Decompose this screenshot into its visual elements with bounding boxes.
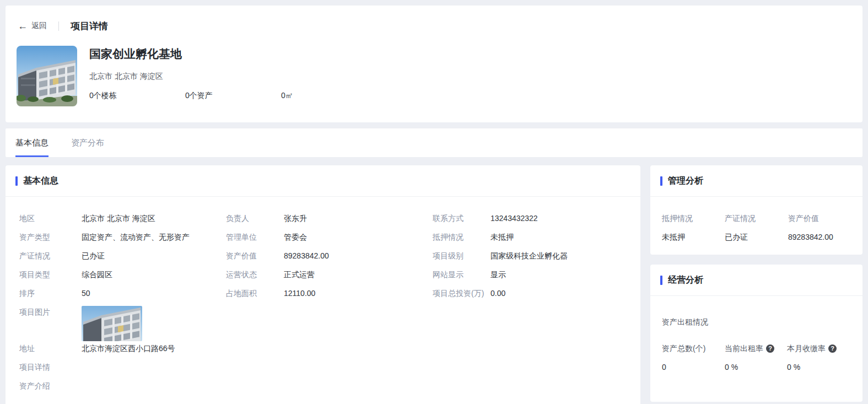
info-label: 产证情况 bbox=[19, 250, 82, 262]
operation-card-header: 经营分析 bbox=[650, 265, 862, 296]
management-metrics: 抵押情况 产证情况 资产价值 未抵押 已办证 89283842.00 bbox=[650, 197, 862, 243]
building-photo-illustration-small bbox=[82, 306, 142, 341]
back-label: 返回 bbox=[31, 21, 47, 31]
metric-label-mortgage: 抵押情况 bbox=[662, 212, 725, 224]
metric-label-asset-count: 资产总数(个) bbox=[662, 342, 725, 354]
stat-assets: 0个资产 bbox=[185, 90, 281, 101]
info-label: 网站显示 bbox=[433, 268, 490, 281]
info-value: 北京市 北京市 海淀区 bbox=[82, 212, 155, 224]
management-card-header: 管理分析 bbox=[650, 165, 862, 197]
help-icon[interactable]: ? bbox=[828, 344, 837, 353]
operation-analysis-card: 经营分析 资产出租情况 资产总数(个) 当前出租率 ? 本月收缴率 bbox=[650, 265, 862, 402]
info-column-3: 联系方式 13243432322 抵押情况 未抵押 项目级别 国家级科技企业孵化… bbox=[433, 212, 629, 398]
management-card-title: 管理分析 bbox=[668, 175, 703, 187]
info-row-certificate: 产证情况 已办证 bbox=[19, 250, 226, 262]
info-label: 资产介绍 bbox=[19, 380, 82, 392]
info-value: 13243432322 bbox=[490, 212, 538, 224]
metric-label-text: 本月收缴率 bbox=[787, 342, 826, 354]
info-row-total-investment: 项目总投资(万) 0.00 bbox=[433, 287, 629, 299]
back-arrow-icon: ← bbox=[18, 21, 28, 31]
basic-info-card-title: 基本信息 bbox=[23, 175, 58, 187]
info-value: 综合园区 bbox=[82, 268, 112, 281]
tab-basic-info[interactable]: 基本信息 bbox=[15, 128, 48, 157]
metric-value-collection-rate: 0 % bbox=[787, 361, 850, 373]
info-row-management-unit: 管理单位 管委会 bbox=[226, 231, 433, 243]
info-value: 已办证 bbox=[82, 250, 105, 262]
metric-label-asset-value: 资产价值 bbox=[788, 212, 851, 224]
project-image-thumbnail[interactable] bbox=[82, 306, 142, 341]
project-overview: 国家创业孵化基地 北京市 北京市 海淀区 0个楼栋 0个资产 0㎡ bbox=[18, 46, 862, 106]
operation-card-title: 经营分析 bbox=[668, 274, 703, 286]
project-photo bbox=[17, 46, 77, 106]
back-button[interactable]: ← 返回 bbox=[18, 21, 47, 31]
header-divider bbox=[58, 21, 59, 31]
basic-info-card: 基本信息 地区 北京市 北京市 海淀区 资产类型 固定资产、流动资产、无形资产 … bbox=[6, 165, 640, 404]
operation-metric-values: 0 0 % 0 % bbox=[662, 361, 862, 373]
info-label: 项目图片 bbox=[19, 306, 82, 341]
info-value: 张东升 bbox=[284, 212, 307, 224]
info-value: 北京市海淀区西小口路66号 bbox=[82, 342, 175, 354]
page-header: ← 返回 项目详情 bbox=[18, 6, 862, 33]
accent-bar bbox=[15, 176, 18, 186]
project-summary-card: ← 返回 项目详情 bbox=[6, 6, 862, 122]
info-row-asset-type: 资产类型 固定资产、流动资产、无形资产 bbox=[19, 231, 226, 243]
project-location: 北京市 北京市 海淀区 bbox=[89, 71, 377, 82]
metric-value-occupancy-rate: 0 % bbox=[725, 361, 787, 373]
info-label: 管理单位 bbox=[226, 231, 284, 243]
basic-info-body: 地区 北京市 北京市 海淀区 资产类型 固定资产、流动资产、无形资产 产证情况 … bbox=[6, 197, 640, 404]
management-metric-labels: 抵押情况 产证情况 资产价值 bbox=[662, 212, 862, 224]
info-label: 项目类型 bbox=[19, 268, 82, 281]
info-label: 抵押情况 bbox=[433, 231, 490, 243]
project-detail-page: ← 返回 项目详情 bbox=[0, 0, 868, 404]
info-row-land-area: 占地面积 12110.00 bbox=[226, 287, 433, 299]
info-row-project-level: 项目级别 国家级科技企业孵化器 bbox=[433, 250, 629, 262]
info-row-asset-intro: 资产介绍 bbox=[19, 380, 226, 392]
info-label: 地区 bbox=[19, 212, 82, 224]
info-value: 国家级科技企业孵化器 bbox=[490, 250, 568, 262]
tab-asset-distribution[interactable]: 资产分布 bbox=[71, 128, 104, 157]
info-value: 显示 bbox=[490, 268, 506, 281]
project-name: 国家创业孵化基地 bbox=[89, 47, 377, 61]
info-label: 占地面积 bbox=[226, 287, 284, 299]
help-icon[interactable]: ? bbox=[766, 344, 774, 353]
metric-label-text: 资产总数(个) bbox=[662, 342, 705, 354]
info-label: 项目总投资(万) bbox=[433, 287, 490, 299]
info-value: 12110.00 bbox=[284, 287, 315, 299]
info-label: 排序 bbox=[19, 287, 82, 299]
info-row-project-image: 项目图片 bbox=[19, 306, 226, 341]
metric-value-mortgage: 未抵押 bbox=[662, 231, 725, 243]
info-value: 管委会 bbox=[284, 231, 307, 243]
stat-area: 0㎡ bbox=[281, 90, 377, 101]
management-metric-values: 未抵押 已办证 89283842.00 bbox=[662, 231, 862, 243]
info-row-project-type: 项目类型 综合园区 bbox=[19, 268, 226, 281]
metric-value-asset-value: 89283842.00 bbox=[788, 231, 851, 243]
main-content: 基本信息 地区 北京市 北京市 海淀区 资产类型 固定资产、流动资产、无形资产 … bbox=[6, 165, 862, 404]
info-value: 89283842.00 bbox=[284, 250, 329, 262]
info-label: 项目级别 bbox=[433, 250, 490, 262]
info-row-region: 地区 北京市 北京市 海淀区 bbox=[19, 212, 226, 224]
right-column: 管理分析 抵押情况 产证情况 资产价值 未抵押 已办证 89283842.00 bbox=[650, 165, 862, 402]
info-column-1: 地区 北京市 北京市 海淀区 资产类型 固定资产、流动资产、无形资产 产证情况 … bbox=[19, 212, 226, 398]
info-column-2: 负责人 张东升 管理单位 管委会 资产价值 89283842.00 运营状态 正… bbox=[226, 212, 433, 398]
info-label: 负责人 bbox=[226, 212, 284, 224]
metric-label-text: 当前出租率 bbox=[725, 342, 763, 354]
metric-value-asset-count: 0 bbox=[662, 361, 725, 373]
info-value: 0.00 bbox=[490, 287, 505, 299]
basic-info-card-header: 基本信息 bbox=[6, 165, 640, 197]
asset-rental-subtitle: 资产出租情况 bbox=[662, 316, 862, 328]
management-analysis-card: 管理分析 抵押情况 产证情况 资产价值 未抵押 已办证 89283842.00 bbox=[650, 165, 862, 255]
info-label: 联系方式 bbox=[433, 212, 490, 224]
page-title: 项目详情 bbox=[71, 20, 108, 33]
info-row-operation-status: 运营状态 正式运营 bbox=[226, 268, 433, 281]
tab-bar: 基本信息 资产分布 bbox=[6, 128, 862, 157]
info-row-project-detail: 项目详情 bbox=[19, 361, 226, 373]
info-value: 正式运营 bbox=[284, 268, 315, 281]
info-row-manager: 负责人 张东升 bbox=[226, 212, 433, 224]
info-label: 资产价值 bbox=[226, 250, 284, 262]
info-label: 运营状态 bbox=[226, 268, 284, 281]
accent-bar bbox=[660, 276, 662, 285]
info-value: 固定资产、流动资产、无形资产 bbox=[82, 231, 190, 243]
info-row-website-display: 网站显示 显示 bbox=[433, 268, 629, 281]
info-label: 项目详情 bbox=[19, 361, 82, 373]
metric-label-collection-rate: 本月收缴率 ? bbox=[787, 342, 850, 354]
